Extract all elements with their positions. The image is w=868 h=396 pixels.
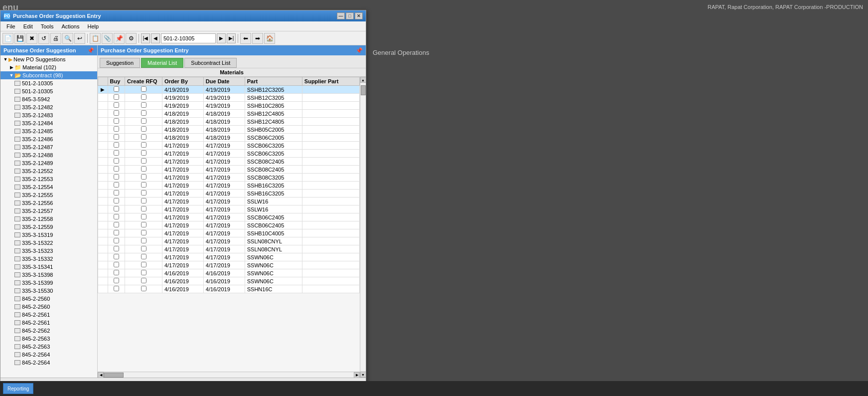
- buy-checkbox[interactable]: [114, 150, 119, 156]
- table-row[interactable]: 4/17/2019 4/17/2019 SSCB08C2405: [98, 158, 360, 166]
- rfq-checkbox[interactable]: [141, 134, 146, 140]
- rfq-checkbox[interactable]: [141, 198, 146, 203]
- table-wrapper[interactable]: Buy Create RFQ Order By Due Date Part Su…: [98, 77, 360, 372]
- buy-checkbox-cell[interactable]: [108, 261, 125, 269]
- maximize-button[interactable]: □: [346, 12, 354, 19]
- tree-list-item[interactable]: 335-2-12485: [0, 127, 97, 135]
- rfq-checkbox-cell[interactable]: [125, 94, 162, 102]
- rfq-checkbox[interactable]: [141, 262, 146, 267]
- rfq-checkbox-cell[interactable]: [125, 126, 162, 134]
- rfq-checkbox-cell[interactable]: [125, 166, 162, 174]
- table-row[interactable]: 4/17/2019 4/17/2019 SSHB10C4005: [98, 229, 360, 237]
- rfq-checkbox-cell[interactable]: [125, 205, 162, 213]
- toolbar-next-btn[interactable]: ▶: [217, 33, 226, 43]
- table-row[interactable]: 4/17/2019 4/17/2019 SSCB06C2405: [98, 213, 360, 221]
- buy-checkbox-cell[interactable]: [108, 158, 125, 166]
- rfq-checkbox[interactable]: [141, 222, 146, 227]
- tree-list-item[interactable]: 845-2-2564: [0, 359, 97, 367]
- table-row[interactable]: 4/17/2019 4/17/2019 SSHB16C3205: [98, 190, 360, 198]
- toolbar-config-btn[interactable]: ⚙: [126, 33, 137, 44]
- rfq-checkbox[interactable]: [141, 246, 146, 251]
- tree-list-item[interactable]: 335-2-12487: [0, 143, 97, 151]
- tree-list-item[interactable]: 501-2-10305: [0, 79, 97, 87]
- rfq-checkbox[interactable]: [141, 142, 146, 148]
- buy-checkbox[interactable]: [114, 206, 119, 211]
- buy-checkbox[interactable]: [114, 118, 119, 124]
- rfq-checkbox-cell[interactable]: [125, 213, 162, 221]
- buy-checkbox-cell[interactable]: [108, 174, 125, 182]
- table-row[interactable]: ▶ 4/19/2019 4/19/2019 SSHB12C3205: [98, 86, 360, 94]
- tree-list-item[interactable]: 335-2-12558: [0, 215, 97, 223]
- tab-material-list[interactable]: Material List: [141, 58, 183, 68]
- tree-list-item[interactable]: 845-2-2562: [0, 327, 97, 335]
- buy-checkbox-cell[interactable]: [108, 150, 125, 158]
- rfq-checkbox[interactable]: [141, 190, 146, 196]
- buy-checkbox[interactable]: [114, 286, 119, 291]
- v-scroll-thumb[interactable]: [361, 85, 366, 95]
- buy-checkbox[interactable]: [114, 222, 119, 227]
- rfq-checkbox-cell[interactable]: [125, 237, 162, 245]
- toolbar-back-btn[interactable]: ⬅: [240, 33, 251, 44]
- table-row[interactable]: 4/19/2019 4/19/2019 SSHB10C2805: [98, 102, 360, 110]
- tree-list-item[interactable]: 335-2-12559: [0, 223, 97, 231]
- buy-checkbox[interactable]: [114, 86, 119, 92]
- rfq-checkbox[interactable]: [141, 102, 146, 108]
- table-row[interactable]: 4/17/2019 4/17/2019 SSCB06C3205: [98, 150, 360, 158]
- rfq-checkbox[interactable]: [141, 174, 146, 180]
- table-row[interactable]: 4/16/2019 4/16/2019 SSHN16C: [98, 285, 360, 293]
- table-row[interactable]: 4/17/2019 4/17/2019 SSHB16C3205: [98, 182, 360, 190]
- tree-list-item[interactable]: 335-2-12556: [0, 199, 97, 207]
- buy-checkbox-cell[interactable]: [108, 166, 125, 174]
- buy-checkbox-cell[interactable]: [108, 277, 125, 285]
- buy-checkbox-cell[interactable]: [108, 94, 125, 102]
- h-scroll-left[interactable]: ◀: [98, 372, 104, 378]
- buy-checkbox-cell[interactable]: [108, 118, 125, 126]
- h-scroll-thumb[interactable]: [104, 373, 124, 378]
- table-row[interactable]: 4/17/2019 4/17/2019 SSCB06C2405: [98, 221, 360, 229]
- rfq-checkbox-cell[interactable]: [125, 110, 162, 118]
- tree-list-item[interactable]: 335-2-12555: [0, 191, 97, 199]
- tree-list-item[interactable]: 845-3-5942: [0, 95, 97, 103]
- rfq-checkbox-cell[interactable]: [125, 285, 162, 293]
- buy-checkbox[interactable]: [114, 174, 119, 180]
- menu-file[interactable]: File: [2, 22, 19, 30]
- buy-checkbox[interactable]: [114, 142, 119, 148]
- toolbar-home-btn[interactable]: 🏠: [264, 33, 275, 44]
- buy-checkbox[interactable]: [114, 198, 119, 203]
- table-row[interactable]: 4/18/2019 4/18/2019 SSHB12C4805: [98, 118, 360, 126]
- rfq-checkbox-cell[interactable]: [125, 245, 162, 253]
- buy-checkbox[interactable]: [114, 102, 119, 108]
- tree-list-item[interactable]: 845-2-2563: [0, 343, 97, 351]
- rfq-checkbox-cell[interactable]: [125, 261, 162, 269]
- toolbar-attach-btn[interactable]: 📌: [114, 33, 125, 44]
- tree-list-item[interactable]: 845-2-2561: [0, 319, 97, 327]
- buy-checkbox-cell[interactable]: [108, 142, 125, 150]
- rfq-checkbox[interactable]: [141, 286, 146, 291]
- buy-checkbox-cell[interactable]: [108, 253, 125, 261]
- v-scroll-track[interactable]: [361, 83, 366, 372]
- h-scrollbar[interactable]: ◀ ▶: [98, 372, 360, 378]
- rfq-checkbox[interactable]: [141, 118, 146, 124]
- h-scroll-right[interactable]: ▶: [354, 372, 360, 378]
- rfq-checkbox[interactable]: [141, 278, 146, 283]
- buy-checkbox[interactable]: [114, 270, 119, 275]
- tree-list-item[interactable]: 845-2-2563: [0, 335, 97, 343]
- menu-tools[interactable]: Tools: [37, 22, 58, 30]
- buy-checkbox-cell[interactable]: [108, 182, 125, 190]
- table-row[interactable]: 4/19/2019 4/19/2019 SSHB12C3205: [98, 94, 360, 102]
- rfq-checkbox[interactable]: [141, 214, 146, 219]
- buy-checkbox[interactable]: [114, 238, 119, 243]
- buy-checkbox-cell[interactable]: [108, 190, 125, 198]
- toolbar-save-btn[interactable]: 💾: [14, 33, 25, 44]
- toolbar-forward-btn[interactable]: ➡: [252, 33, 263, 44]
- tree-list-item[interactable]: 335-3-15399: [0, 279, 97, 287]
- buy-checkbox-cell[interactable]: [108, 198, 125, 205]
- rfq-checkbox-cell[interactable]: [125, 134, 162, 142]
- toolbar-first-btn[interactable]: |◀: [141, 33, 150, 43]
- toolbar-prev-btn[interactable]: ◀: [151, 33, 160, 43]
- rfq-checkbox-cell[interactable]: [125, 158, 162, 166]
- rfq-checkbox[interactable]: [141, 86, 146, 92]
- left-panel-pin[interactable]: 📌: [87, 47, 94, 54]
- tree-list-item[interactable]: 335-3-15398: [0, 271, 97, 279]
- tree-list-item[interactable]: 845-2-2560: [0, 295, 97, 303]
